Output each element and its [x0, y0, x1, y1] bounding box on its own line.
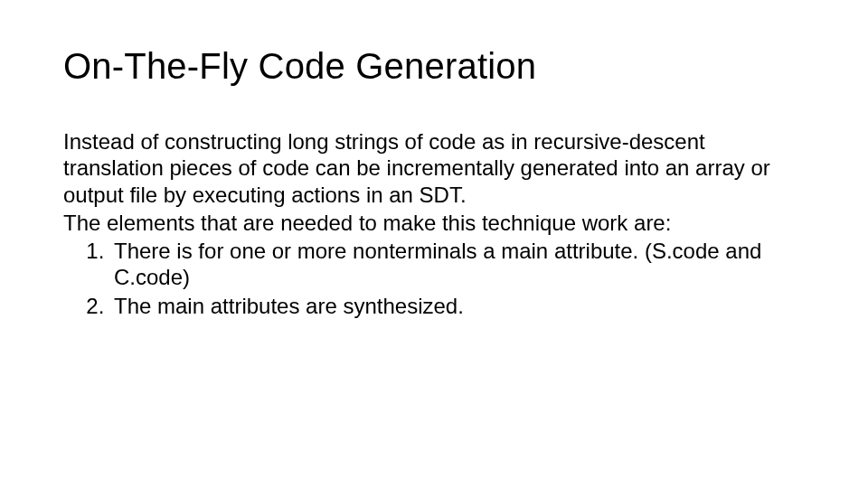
list-item: There is for one or more nonterminals a …: [110, 238, 805, 291]
slide: On-The-Fly Code Generation Instead of co…: [0, 0, 868, 488]
slide-title: On-The-Fly Code Generation: [63, 45, 805, 87]
numbered-list: There is for one or more nonterminals a …: [63, 238, 805, 319]
list-lead: The elements that are needed to make thi…: [63, 210, 805, 236]
slide-body: Instead of constructing long strings of …: [63, 128, 805, 319]
list-item: The main attributes are synthesized.: [110, 293, 805, 319]
intro-paragraph: Instead of constructing long strings of …: [63, 128, 805, 208]
